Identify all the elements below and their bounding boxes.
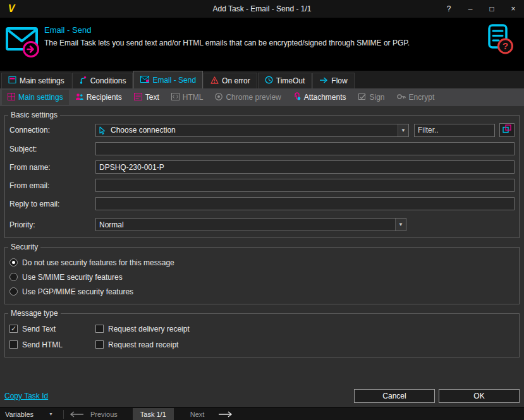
window-settings-icon [8, 76, 16, 86]
svg-text:?: ? [503, 40, 508, 51]
checkbox-label: Request delivery receipt [108, 325, 190, 333]
minimize-button[interactable]: – [460, 0, 481, 18]
copy-task-id-link[interactable]: Copy Task Id [4, 392, 48, 400]
tab-conditions[interactable]: Conditions [72, 73, 133, 88]
main-settings-panel: Basic settings Connection: Choose connec… [0, 106, 524, 385]
tab-email-send[interactable]: Email - Send [133, 71, 203, 88]
task-page-tab[interactable]: Task 1/1 [133, 408, 174, 420]
maximize-button[interactable]: □ [481, 0, 503, 18]
basic-settings-group: Basic settings Connection: Choose connec… [4, 115, 520, 238]
tab-label: Text [145, 93, 159, 102]
request-read-receipt-checkbox[interactable]: Request read receipt [95, 337, 515, 352]
checkbox-label: Send HTML [22, 340, 63, 349]
radio-no-security[interactable]: Do not use security features for this me… [9, 255, 515, 270]
tab-main-settings-outer[interactable]: Main settings [1, 73, 71, 88]
task-tab-bar: Main settings Conditions Email - Send On… [0, 71, 524, 88]
priority-select[interactable]: Normal ▼ [95, 218, 406, 231]
send-text-checkbox[interactable]: Send Text [9, 321, 95, 336]
chevron-down-icon[interactable]: ▼ [395, 219, 406, 231]
ok-button[interactable]: OK [439, 389, 520, 403]
tab-label: On error [222, 76, 250, 85]
radio-smime-security[interactable]: Use S/MIME security features [9, 270, 515, 284]
flow-arrow-icon [319, 76, 328, 86]
pointer-icon [96, 126, 107, 135]
tab-label: HTML [183, 93, 204, 102]
radio-icon [9, 287, 18, 296]
checkbox-icon [9, 340, 18, 349]
radio-icon [9, 258, 18, 267]
close-button[interactable]: × [503, 0, 524, 18]
envelope-icon [140, 76, 149, 85]
task-type-description: The Email Task lets you send text and/or… [44, 39, 410, 47]
tab-text[interactable]: Text [128, 90, 165, 105]
variables-label: Variables [5, 411, 34, 418]
task-header: Email - Send The Email Task lets you sen… [0, 18, 524, 71]
footer-buttons: Cancel OK [354, 389, 520, 403]
checkbox-icon [9, 325, 18, 333]
title-bar: V Add Task - Email - Send - 1/1 ? – □ × [0, 0, 524, 18]
message-type-options: Send Text Request delivery receipt Send … [9, 321, 515, 352]
connection-value: Choose connection [107, 126, 398, 135]
chevron-down-icon: ▼ [49, 412, 53, 416]
tab-encrypt: Encrypt [391, 90, 441, 105]
chrome-icon [215, 93, 222, 102]
next-button[interactable]: Next [174, 411, 214, 418]
tab-flow[interactable]: Flow [312, 73, 354, 88]
subject-row: Subject: [9, 142, 515, 155]
radio-icon [9, 273, 18, 281]
send-html-checkbox[interactable]: Send HTML [9, 337, 95, 352]
from-email-input[interactable] [95, 179, 515, 192]
security-group: Security Do not use security features fo… [4, 247, 520, 304]
radio-pgp-security[interactable]: Use PGP/MIME security features [9, 284, 515, 299]
window-controls: ? – □ × [438, 0, 524, 18]
warning-icon [210, 76, 219, 86]
chevron-down-icon[interactable]: ▼ [398, 124, 408, 136]
manage-connections-button[interactable] [499, 123, 515, 137]
from-email-label: From email: [9, 181, 95, 190]
tab-label: Attachments [304, 93, 346, 102]
checkbox-icon [95, 340, 104, 349]
tab-attachments[interactable]: Attachments [288, 90, 352, 105]
radio-label: Use PGP/MIME security features [22, 287, 133, 296]
previous-arrow-icon[interactable] [64, 408, 89, 420]
people-icon [75, 93, 83, 102]
tab-on-error[interactable]: On error [204, 73, 257, 88]
priority-value: Normal [96, 220, 395, 229]
checkbox-icon [95, 325, 104, 333]
reply-to-email-label: Reply to email: [9, 200, 95, 208]
variables-dropdown[interactable]: Variables ▼ [0, 408, 63, 420]
html-icon [171, 93, 180, 102]
grid-icon [8, 93, 15, 102]
next-arrow-icon[interactable] [213, 408, 238, 420]
connection-row: Connection: Choose connection ▼ [9, 123, 515, 137]
previous-button[interactable]: Previous [89, 411, 126, 418]
signature-icon [358, 93, 367, 102]
key-icon [397, 93, 406, 102]
status-bar: Variables ▼ Previous Task 1/1 Next [0, 407, 524, 420]
email-send-icon [5, 23, 44, 61]
task-header-text: Email - Send The Email Task lets you sen… [44, 23, 410, 47]
tab-label: TimeOut [276, 76, 305, 85]
radio-label: Do not use security features for this me… [22, 258, 174, 267]
tab-label: Sign [370, 93, 385, 102]
request-delivery-receipt-checkbox[interactable]: Request delivery receipt [95, 321, 515, 336]
subject-input[interactable] [95, 142, 515, 155]
help-document-icon[interactable]: ? [484, 24, 515, 58]
reply-to-email-input[interactable] [95, 197, 515, 210]
tab-chrome-preview: Chrome preview [209, 90, 286, 105]
from-name-label: From name: [9, 163, 95, 172]
radio-label: Use S/MIME security features [22, 273, 123, 282]
tab-label: Recipients [87, 93, 122, 102]
task-type-title: Email - Send [44, 25, 410, 35]
from-name-input[interactable] [95, 160, 515, 174]
help-button[interactable]: ? [438, 0, 460, 18]
tab-timeout[interactable]: TimeOut [258, 73, 312, 88]
tab-recipients[interactable]: Recipients [70, 90, 128, 105]
group-legend: Basic settings [8, 111, 60, 119]
tab-main-settings-inner[interactable]: Main settings [2, 90, 69, 105]
connection-select[interactable]: Choose connection ▼ [95, 124, 409, 137]
text-icon [134, 93, 142, 102]
subject-label: Subject: [9, 145, 95, 153]
cancel-button[interactable]: Cancel [354, 389, 435, 403]
connection-filter-input[interactable] [414, 124, 495, 137]
